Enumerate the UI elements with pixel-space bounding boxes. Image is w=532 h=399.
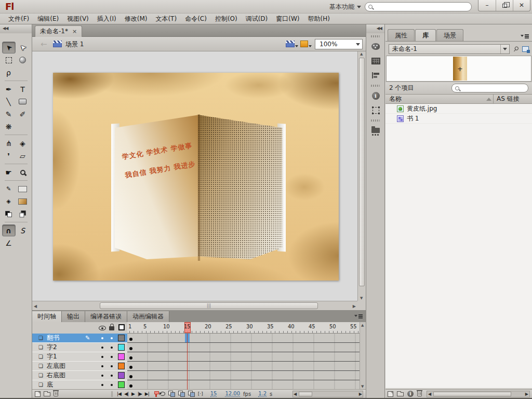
layer-lock-dot[interactable] [111,384,113,386]
new-folder-button[interactable] [397,392,404,396]
layer-row[interactable]: ❏ 翻书 ✎ [32,334,127,343]
timeline-horizontal-scrollbar[interactable]: ◀ ▶ [292,391,363,397]
straighten-option-button[interactable]: ∠ [2,237,16,249]
menu-item-insert[interactable]: 插入(I) [93,14,121,24]
frame-row[interactable] [127,352,360,362]
timeline-frames-grid[interactable] [127,334,360,390]
pencil-tool-button[interactable]: ✎ [2,108,16,120]
smooth-option-button[interactable]: S [16,224,30,236]
fill-color-swatch[interactable] [16,195,30,207]
close-button[interactable]: ✕ [513,0,530,11]
tab-library[interactable]: 库 [415,29,436,41]
deco-tool-button[interactable]: ❋ [2,121,16,132]
stroke-color-swatch[interactable] [16,183,30,195]
free-transform-tool-button[interactable] [2,54,16,66]
minimize-button[interactable]: – [478,0,496,11]
pin-library-icon[interactable] [512,45,521,54]
modify-markers-button[interactable]: [·] [198,391,203,396]
tab-output[interactable]: 输出 [62,311,85,322]
eraser-tool-button[interactable]: ▱ [16,150,30,162]
layer-lock-dot[interactable] [111,356,113,358]
edit-scene-button[interactable] [286,41,298,47]
menu-item-file[interactable]: 文件(F) [4,14,33,24]
dock-grip[interactable] [371,85,380,87]
scroll-up-icon[interactable]: ▲ [361,323,364,327]
color-panel-button[interactable] [366,39,385,54]
keyframe-dot[interactable] [129,338,132,341]
paint-bucket-tool-button[interactable]: ◈ [16,137,30,149]
edit-multiple-frames-button[interactable] [188,391,195,397]
tab-timeline[interactable]: 时间轴 [32,311,62,322]
back-arrow-icon[interactable]: ← [41,39,47,49]
library-document-select[interactable]: 未命名-1 [389,44,510,54]
new-layer-folder-button[interactable] [44,392,50,396]
column-name[interactable]: 名称 [385,95,484,103]
lasso-tool-button[interactable]: ρ [2,66,16,78]
tab-compiler-errors[interactable]: 编译器错误 [85,311,127,322]
pen-tool-button[interactable]: ✒ [2,83,16,95]
panel-menu-icon[interactable] [521,33,529,38]
layer-lock-dot[interactable] [111,337,113,339]
keyframe-dot[interactable] [129,384,132,388]
layer-outline-color-swatch[interactable] [118,372,125,379]
new-layer-button[interactable] [35,391,41,397]
library-document-dropdown-button[interactable] [500,45,509,54]
subselection-tool-button[interactable]: ➤ [16,42,30,54]
scroll-right-icon[interactable]: ▶ [359,392,362,396]
swatches-panel-button[interactable] [366,54,385,68]
help-search-field[interactable] [365,2,472,11]
dock-grip[interactable] [371,35,380,37]
3d-rotation-tool-button[interactable] [16,54,30,66]
frame-row[interactable] [127,380,360,390]
layer-outline-color-swatch[interactable] [118,335,125,341]
restore-button[interactable] [496,0,513,11]
library-item-row[interactable]: 黄皮纸.jpg [385,104,532,114]
eyedropper-tool-button[interactable]: ❜ [2,150,16,162]
search-input[interactable] [375,3,463,10]
scroll-left-icon[interactable]: ◀ [294,392,297,396]
keyframe-dot[interactable] [129,356,132,360]
scroll-up-icon[interactable]: ▲ [360,52,363,56]
play-button[interactable]: ▶ [131,391,135,396]
stage-horizontal-scrollbar[interactable]: ◀ ||| ▶ [32,301,357,310]
library-scroll-thumb[interactable] [433,392,511,396]
menu-item-help[interactable]: 帮助(H) [304,14,334,24]
selection-tool-button[interactable]: ➤ [2,42,16,54]
menu-item-modify[interactable]: 修改(M) [121,14,152,24]
menu-item-text[interactable]: 文本(T) [151,14,181,24]
vertical-scroll-thumb[interactable] [359,58,365,286]
timeline-frame-ruler[interactable]: 1 5 10 15 20 25 30 35 40 45 50 55 [127,322,360,334]
scroll-left-icon[interactable]: ◀ [428,392,431,396]
dock-collapse-button[interactable]: ◀◀ [366,24,384,33]
frame-row[interactable] [127,362,360,371]
layer-visibility-dot[interactable] [101,337,103,339]
library-search-input[interactable] [461,85,521,92]
library-item-row[interactable]: 书 1 [385,114,532,124]
rectangle-tool-button[interactable] [16,96,30,108]
delete-layer-button[interactable] [54,391,58,396]
scroll-right-icon[interactable]: ▶ [353,304,356,309]
column-linkage[interactable]: AS 链接 [494,95,532,103]
align-panel-button[interactable] [366,68,385,83]
new-library-panel-icon[interactable] [522,46,529,52]
layer-row[interactable]: ❏ 字1 [32,352,127,362]
snap-to-objects-button[interactable]: ∩ [2,224,16,236]
transform-panel-button[interactable] [366,103,385,117]
menu-item-control[interactable]: 控制(O) [211,14,242,24]
document-close-icon[interactable]: × [72,26,77,37]
stage-canvas[interactable]: 学文化 学技术 学做事 我自信 我努力 我进步 [53,73,339,281]
stage-viewport[interactable]: 学文化 学技术 学做事 我自信 我努力 我进步 [32,51,357,301]
black-white-button[interactable] [2,208,16,220]
frame-rate-value[interactable]: 12.00 [225,391,240,397]
frame-row[interactable] [127,371,360,380]
line-tool-button[interactable]: ╲ [2,96,16,108]
menu-item-window[interactable]: 窗口(W) [272,14,303,24]
tools-collapse-button[interactable]: ◀◀ [0,24,32,33]
stage-vertical-scrollbar[interactable]: ▲ ▼ [357,51,366,301]
sort-order-button[interactable] [484,95,494,103]
tab-scene[interactable]: 场景 [436,29,463,41]
menu-item-debug[interactable]: 调试(D) [242,14,272,24]
current-frame-value[interactable]: 15 [210,391,217,397]
delete-item-button[interactable] [417,391,422,396]
menu-item-edit[interactable]: 编辑(E) [33,14,63,24]
